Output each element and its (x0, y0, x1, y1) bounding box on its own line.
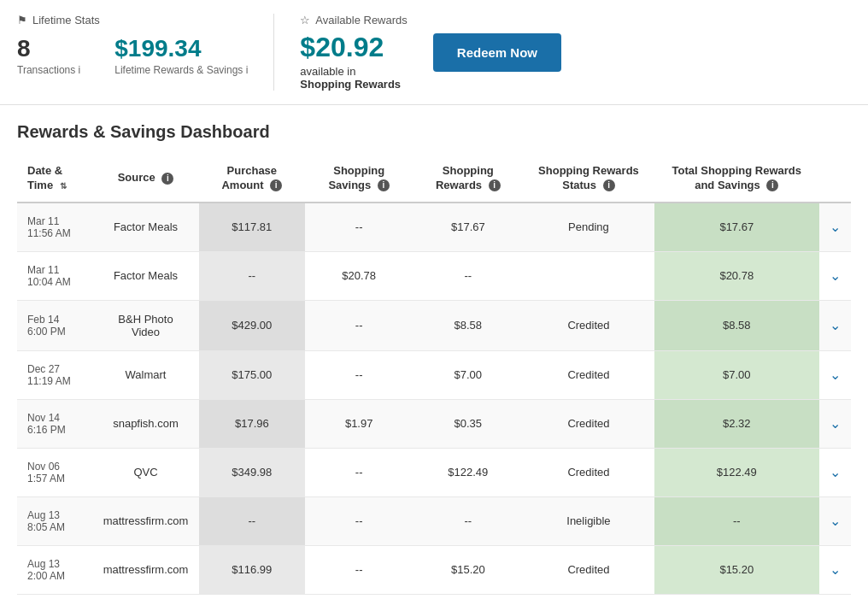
cell-status: Credited (523, 545, 654, 594)
cell-expand[interactable]: ⌄ (819, 203, 851, 252)
cell-status: Credited (523, 399, 654, 448)
available-label: Available Rewards (315, 14, 407, 26)
cell-expand[interactable]: ⌄ (819, 545, 851, 594)
table-row: Mar 1110:04 AM Factor Meals -- $20.78 --… (17, 251, 851, 300)
transactions-count: 8 (17, 35, 80, 62)
cell-rewards: $122.49 (413, 448, 523, 496)
cell-date: Aug 132:00 AM (17, 545, 92, 594)
cell-source: snapfish.com (92, 399, 198, 448)
cell-expand[interactable]: ⌄ (819, 448, 851, 496)
cell-status: Pending (523, 203, 654, 252)
expand-icon[interactable]: ⌄ (830, 416, 841, 431)
cell-total: $122.49 (654, 448, 819, 496)
col-shopping-rewards: Shopping Rewards i (413, 156, 523, 203)
col-purchase-amount: Purchase Amount i (199, 156, 305, 203)
cell-status: Credited (523, 350, 654, 399)
cell-savings: $1.97 (305, 399, 413, 448)
rewards-info-icon[interactable]: i (489, 179, 501, 191)
transactions-label: Transactions i (17, 64, 80, 76)
cell-savings: $20.78 (305, 251, 413, 300)
col-total: Total Shopping Rewards and Savings i (654, 156, 819, 203)
lifetime-amount: $199.34 (114, 35, 248, 62)
cell-rewards: -- (413, 251, 523, 300)
cell-source: Walmart (92, 350, 198, 399)
flag-icon: ⚑ (17, 14, 27, 26)
table-row: Aug 138:05 AM mattressfirm.com -- -- -- … (17, 496, 851, 545)
cell-total: $2.32 (654, 399, 819, 448)
expand-icon[interactable]: ⌄ (830, 268, 841, 283)
cell-rewards: $7.00 (413, 350, 523, 399)
table-header-row: Date & Time ⇅ Source i Purchase Amount i… (17, 156, 851, 203)
col-date-time: Date & Time ⇅ (17, 156, 92, 203)
transactions-info-icon[interactable]: i (79, 64, 81, 76)
table-row: Nov 061:57 AM QVC $349.98 -- $122.49 Cre… (17, 448, 851, 496)
expand-icon[interactable]: ⌄ (830, 562, 841, 577)
cell-expand[interactable]: ⌄ (819, 300, 851, 350)
cell-savings: -- (305, 350, 413, 399)
cell-date: Nov 146:16 PM (17, 399, 92, 448)
expand-icon[interactable]: ⌄ (830, 220, 841, 234)
cell-source: Factor Meals (92, 203, 198, 252)
source-info-icon[interactable]: i (161, 173, 173, 185)
cell-total: $15.20 (654, 545, 819, 594)
cell-source: mattressfirm.com (92, 496, 198, 545)
cell-date: Aug 138:05 AM (17, 496, 92, 545)
cell-source: QVC (92, 448, 198, 496)
table-row: Aug 132:00 AM mattressfirm.com $116.99 -… (17, 545, 851, 594)
dashboard-title: Rewards & Savings Dashboard (17, 122, 851, 142)
purchase-info-icon[interactable]: i (270, 179, 282, 191)
expand-icon[interactable]: ⌄ (830, 465, 841, 479)
cell-expand[interactable]: ⌄ (819, 496, 851, 545)
table-row: Feb 146:00 PM B&H Photo Video $429.00 --… (17, 300, 851, 350)
lifetime-amount-block: $199.34 Lifetime Rewards & Savings i (114, 35, 248, 76)
available-rewards-info: ☆ Available Rewards $20.92 available in … (300, 14, 407, 91)
lifetime-desc: Lifetime Rewards & Savings i (114, 64, 248, 76)
cell-savings: -- (305, 300, 413, 350)
total-info-icon[interactable]: i (766, 179, 778, 191)
table-row: Nov 146:16 PM snapfish.com $17.96 $1.97 … (17, 399, 851, 448)
cell-status: Credited (523, 300, 654, 350)
expand-icon[interactable]: ⌄ (830, 318, 841, 332)
lifetime-label: Lifetime Stats (32, 14, 100, 26)
cell-savings: -- (305, 448, 413, 496)
cell-savings: -- (305, 545, 413, 594)
cell-purchase: $117.81 (199, 203, 305, 252)
redeem-button[interactable]: Redeem Now (433, 33, 561, 72)
cell-rewards: -- (413, 496, 523, 545)
cell-purchase: -- (199, 251, 305, 300)
sort-icon[interactable]: ⇅ (60, 180, 67, 191)
expand-icon[interactable]: ⌄ (830, 367, 841, 382)
cell-purchase: $175.00 (199, 350, 305, 399)
top-section: ⚑ Lifetime Stats 8 Transactions i $199.3… (0, 0, 868, 105)
cell-date: Feb 146:00 PM (17, 300, 92, 350)
savings-info-icon[interactable]: i (378, 179, 390, 191)
cell-purchase: $429.00 (199, 300, 305, 350)
cell-expand[interactable]: ⌄ (819, 251, 851, 300)
status-info-icon[interactable]: i (603, 179, 615, 191)
cell-date: Mar 1110:04 AM (17, 251, 92, 300)
lifetime-label-row: ⚑ Lifetime Stats (17, 14, 248, 26)
transactions-block: 8 Transactions i (17, 35, 80, 76)
cell-source: Factor Meals (92, 251, 198, 300)
table-row: Mar 1111:56 AM Factor Meals $117.81 -- $… (17, 203, 851, 252)
cell-date: Dec 2711:19 AM (17, 350, 92, 399)
cell-total: $8.58 (654, 300, 819, 350)
cell-total: -- (654, 496, 819, 545)
cell-source: mattressfirm.com (92, 545, 198, 594)
cell-date: Nov 061:57 AM (17, 448, 92, 496)
cell-rewards: $0.35 (413, 399, 523, 448)
cell-savings: -- (305, 203, 413, 252)
expand-icon[interactable]: ⌄ (830, 514, 841, 528)
cell-status (523, 251, 654, 300)
col-shopping-savings: Shopping Savings i (305, 156, 413, 203)
cell-purchase: $17.96 (199, 399, 305, 448)
star-icon: ☆ (300, 14, 310, 26)
cell-rewards: $15.20 (413, 545, 523, 594)
cell-expand[interactable]: ⌄ (819, 350, 851, 399)
cell-date: Mar 1111:56 AM (17, 203, 92, 252)
cell-rewards: $8.58 (413, 300, 523, 350)
lifetime-info-icon[interactable]: i (246, 64, 249, 76)
cell-status: Ineligible (523, 496, 654, 545)
rewards-table: Date & Time ⇅ Source i Purchase Amount i… (17, 156, 851, 595)
cell-expand[interactable]: ⌄ (819, 399, 851, 448)
